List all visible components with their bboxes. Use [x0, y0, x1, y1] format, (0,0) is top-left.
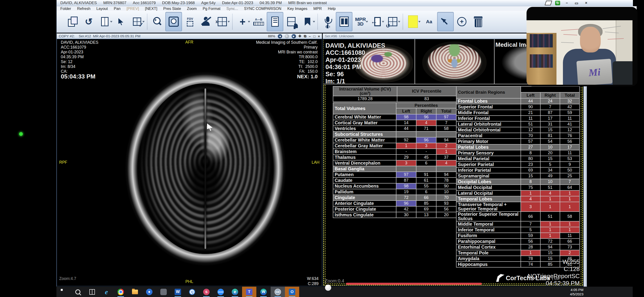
text-annotation-button[interactable]: Aa [421, 12, 437, 31]
reload-series-button[interactable]: ↻ [285, 34, 289, 38]
panel-layout-icon[interactable]: ⧉ [304, 34, 306, 38]
edge-icon[interactable]: e [228, 287, 242, 297]
ge-app-icon[interactable]: GE [271, 287, 285, 297]
move-panel-icon[interactable]: ✚ [298, 34, 302, 38]
panel-restore-button[interactable]: □ [313, 34, 315, 38]
chrome-icon[interactable] [114, 287, 128, 297]
camera-app-icon[interactable] [156, 287, 171, 297]
taskbar-clock[interactable]: 4:05 PM 4/5/2023 [570, 287, 584, 297]
mpr-3d-button[interactable]: MPR 3D [352, 12, 368, 31]
dictation-mic-button[interactable] [320, 12, 336, 31]
webex-icon[interactable]: W [256, 287, 271, 297]
report-button[interactable] [267, 12, 283, 31]
menu-item-sync-comparison[interactable]: SYNC COMPARISON [244, 6, 281, 11]
dropdown-caret-icon[interactable] [366, 21, 368, 22]
hanging-protocol-button[interactable] [385, 12, 401, 31]
percentile-cell: 1 [560, 196, 580, 202]
panel-close-button[interactable]: × [318, 34, 320, 38]
delete-button[interactable] [470, 12, 486, 31]
percentile-cell: 94 [540, 244, 560, 250]
dropdown-caret-icon[interactable] [142, 21, 145, 22]
dropdown-caret-icon[interactable] [382, 21, 384, 22]
menu-item-folder[interactable]: Folder [60, 6, 71, 11]
menu-item-pan[interactable]: Pan [114, 6, 120, 11]
percentile-cell: 21 [521, 110, 540, 116]
quicktime-icon[interactable]: Q [185, 287, 199, 297]
ge-app-icon: GE [274, 289, 281, 295]
restore-button[interactable]: ▭ [574, 1, 580, 5]
menu-item-zoom[interactable]: Zoom [187, 6, 197, 11]
internet-explorer-icon[interactable]: e [99, 287, 114, 297]
arrow-annotation-button[interactable] [437, 12, 454, 31]
dropdown-caret-icon[interactable] [110, 21, 112, 22]
export-button[interactable] [368, 12, 385, 31]
start-button[interactable] [56, 287, 71, 297]
ellipse-roi-button[interactable] [454, 12, 470, 31]
left-viewer-header[interactable]: COPY #2: Ser.#12 MR Apr-01-2023 05:05:31… [57, 34, 322, 39]
mpr-3d-icon: MPR 3D [354, 16, 367, 27]
percentile-cell: 41 [560, 121, 580, 127]
dropdown-caret-icon[interactable] [418, 21, 420, 22]
task-view-button[interactable] [85, 287, 99, 297]
search-button[interactable] [71, 287, 85, 297]
series-layout-button[interactable] [129, 12, 145, 31]
layout-window-button[interactable] [97, 12, 113, 31]
reset-button[interactable] [80, 12, 97, 31]
select-cursor-button[interactable] [113, 12, 129, 31]
outlook-icon[interactable]: O [285, 287, 299, 297]
anonymize-button[interactable] [198, 12, 214, 31]
menu-item-refresh[interactable]: Refresh [77, 6, 90, 11]
file-explorer-icon[interactable] [128, 287, 142, 297]
dropdown-caret-icon[interactable] [248, 21, 250, 22]
menu-item-pres-state[interactable]: Pres State [163, 6, 181, 11]
menu-item-help[interactable]: Help [328, 6, 336, 11]
word-icon[interactable]: W [171, 287, 185, 297]
mpr-window-button[interactable] [336, 12, 352, 31]
start-button [60, 289, 65, 293]
region-label: Anterior Cingulate [333, 200, 396, 206]
zoom-app-icon[interactable]: zoom [214, 287, 228, 297]
pacs-app-icon[interactable] [142, 287, 156, 297]
menu-item-sync-[interactable]: Sync... [226, 6, 238, 11]
menu-item--prev-[interactable]: [PREV] [126, 6, 139, 11]
annotation-tool-icon[interactable] [545, 1, 552, 5]
fov-tool-button[interactable]: FOV [182, 12, 198, 31]
title-segment: DOB:May-23-1968 [162, 1, 195, 5]
next-image-button[interactable]: ▶ [292, 34, 296, 38]
color-preset-button[interactable] [405, 12, 421, 31]
measure-ruler-button[interactable]: A—B [250, 12, 267, 31]
menu-item--next-[interactable]: [NEXT] [145, 6, 157, 11]
capture-app-icon[interactable]: S [199, 287, 214, 297]
dropdown-caret-icon[interactable] [228, 21, 230, 22]
panel-minimize-button[interactable]: – [309, 34, 311, 38]
stack-mode-button[interactable] [214, 12, 230, 31]
percentile-cell: 66 [521, 212, 540, 221]
percentile-cell: 96 [416, 114, 436, 120]
copy-image-icon [67, 16, 78, 27]
teams-icon[interactable]: T [242, 287, 256, 297]
minimize-button[interactable]: – [564, 1, 570, 5]
menu-item-mpr[interactable]: MPR [314, 6, 322, 11]
prev-image-button[interactable]: ◀ [278, 34, 282, 38]
menu-item-key-images[interactable]: Key Images [287, 6, 307, 11]
dropdown-caret-icon[interactable] [398, 21, 400, 22]
bookmark-button[interactable] [300, 12, 316, 31]
table-row: Inferior Parietal693450 [456, 168, 580, 173]
sync-icon[interactable]: ↻ [555, 1, 560, 5]
zoom-tool-button[interactable]: + [149, 12, 166, 31]
dropdown-caret-icon[interactable] [313, 21, 315, 22]
percentile-cell: 98 [396, 183, 416, 189]
table-row: Ventricles447158 [333, 126, 456, 132]
menu-item-layout[interactable]: Layout [96, 6, 108, 11]
approve-layout-button[interactable] [283, 12, 300, 31]
table-row: Parahippocampal567266 [456, 238, 580, 244]
menu-item-pg-format[interactable]: Pg Format [203, 6, 220, 11]
flair-image-viewport[interactable]: DAVID, ALKIVIADESACC:1661079Apr-01-20230… [57, 39, 322, 286]
scout-clock-button[interactable] [166, 12, 182, 31]
copy-image-button[interactable] [64, 12, 80, 31]
webcam-overlay[interactable]: Mi [526, 7, 638, 86]
percentile-cell: 80 [521, 156, 540, 162]
close-button[interactable]: × [583, 1, 589, 5]
percentile-cell: 12 [521, 127, 540, 133]
mpr-axes-button[interactable] [234, 12, 250, 31]
